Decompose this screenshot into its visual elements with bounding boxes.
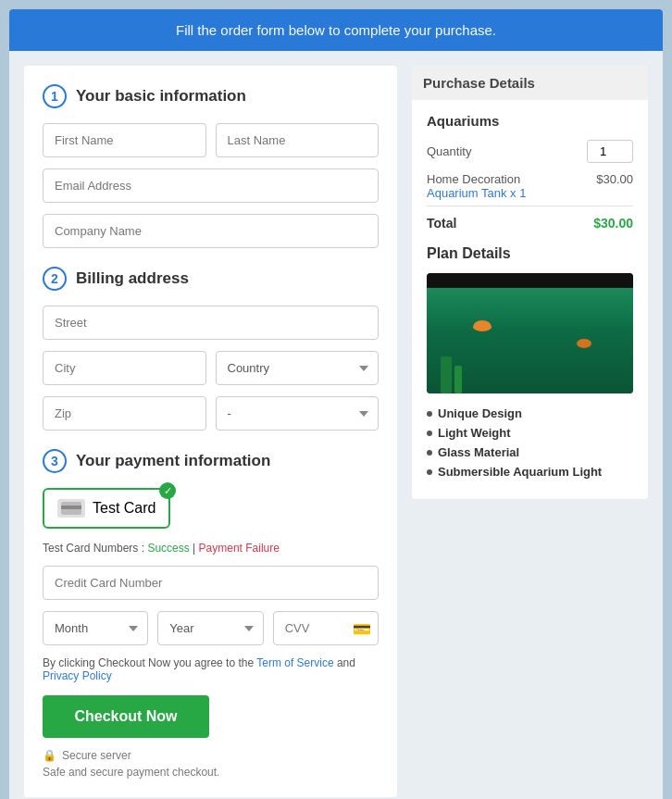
features-list: Unique Design Light Weight Glass Materia… (427, 406, 633, 479)
email-input[interactable] (43, 169, 379, 203)
fish2 (577, 339, 591, 348)
item-name-text: Home Decoration (427, 172, 520, 186)
quantity-label: Quantity (427, 144, 471, 158)
zip-input[interactable] (43, 396, 206, 431)
email-group (43, 169, 379, 203)
section2-number: 2 (43, 267, 67, 291)
section3-header: 3 Your payment information (43, 449, 379, 473)
test-card-prefix: Test Card Numbers : (43, 542, 147, 555)
tos-link[interactable]: Term of Service (256, 656, 333, 669)
total-label: Total (427, 216, 456, 231)
section3-number: 3 (43, 449, 67, 473)
month-year-cvv-row: Month 010203 040506 070809 101112 Year 2… (43, 611, 379, 645)
first-name-group (43, 123, 206, 157)
aquarium-top (427, 273, 633, 288)
zip-state-row: - (43, 396, 379, 431)
year-group: Year 202420252026 202720282029 2030 (157, 611, 263, 645)
country-group: Country United States United Kingdom Can… (216, 351, 380, 385)
country-select[interactable]: Country United States United Kingdom Can… (216, 351, 380, 385)
top-banner: Fill the order form below to complete yo… (9, 9, 663, 51)
section2-title-row: 2 Billing address (43, 267, 379, 291)
item-row: Home Decoration Aquarium Tank x 1 $30.00 (427, 172, 633, 200)
card-option[interactable]: Test Card ✓ (43, 488, 170, 529)
feature-2: Light Weight (438, 426, 510, 440)
company-group (43, 214, 379, 248)
card-icon-inner (61, 502, 81, 515)
section1-title: Your basic information (76, 87, 246, 106)
card-icon (57, 499, 85, 518)
main-content: 1 Your basic information (9, 51, 663, 799)
page-container: Fill the order form below to complete yo… (9, 9, 663, 799)
card-stripe (61, 506, 81, 509)
agree-text: By clicking Checkout Now you agree to th… (43, 656, 379, 682)
card-label: Test Card (93, 500, 156, 517)
quantity-row: Quantity (427, 140, 633, 163)
check-icon: ✓ (159, 482, 176, 499)
aquarium-image (427, 273, 633, 393)
item-name: Home Decoration Aquarium Tank x 1 (427, 172, 526, 200)
year-select[interactable]: Year 202420252026 202720282029 2030 (157, 611, 263, 645)
plant2 (454, 366, 462, 393)
last-name-input[interactable] (216, 123, 380, 157)
test-card-info: Test Card Numbers : Success | Payment Fa… (43, 542, 379, 555)
checkout-button[interactable]: Checkout Now (43, 695, 209, 738)
month-select[interactable]: Month 010203 040506 070809 101112 (43, 611, 148, 645)
cvv-card-icon: 💳 (353, 619, 371, 637)
company-input[interactable] (43, 214, 379, 248)
plant1 (441, 356, 452, 393)
item-sub: Aquarium Tank x 1 (427, 186, 526, 200)
safe-text: Safe and secure payment checkout. (43, 766, 379, 779)
state-group: - (216, 396, 380, 431)
purchase-details-title: Purchase Details (412, 66, 648, 100)
credit-card-input[interactable] (43, 566, 379, 600)
bullet-icon (427, 411, 432, 417)
zip-group (43, 396, 206, 431)
cvv-group: 💳 (273, 611, 379, 645)
section2-title: Billing address (76, 269, 189, 288)
list-item: Light Weight (427, 426, 633, 440)
success-link[interactable]: Success (147, 542, 189, 555)
aquarium-water (427, 288, 633, 393)
plan-details-title: Plan Details (427, 245, 633, 262)
last-name-group (216, 123, 380, 157)
list-item: Glass Material (427, 445, 633, 459)
city-group (43, 351, 206, 385)
right-panel: Purchase Details Aquariums Quantity Home… (412, 66, 648, 499)
item-sub-link[interactable]: Aquarium Tank x 1 (427, 186, 526, 200)
street-row (43, 306, 379, 340)
fish1 (473, 320, 492, 331)
agree-prefix: By clicking Checkout Now you agree to th… (43, 656, 256, 669)
secure-label: Secure server (62, 749, 131, 762)
section3-title-row: 3 Your payment information (43, 449, 379, 473)
city-country-row: Country United States United Kingdom Can… (43, 351, 379, 385)
bullet-icon (427, 431, 432, 436)
street-input[interactable] (43, 306, 379, 340)
credit-card-row (43, 566, 379, 600)
total-row: Total $30.00 (427, 206, 633, 231)
city-input[interactable] (43, 351, 206, 385)
total-amount: $30.00 (593, 216, 633, 231)
state-select[interactable]: - (216, 396, 380, 431)
agree-middle: and (337, 656, 355, 669)
privacy-link[interactable]: Privacy Policy (43, 669, 112, 682)
feature-4: Submersible Aquarium Light (438, 465, 602, 479)
bullet-icon (427, 450, 432, 456)
street-group (43, 306, 379, 340)
payment-failure-link[interactable]: Payment Failure (199, 542, 280, 555)
section2-header: 2 Billing address (43, 267, 379, 291)
first-name-input[interactable] (43, 123, 206, 157)
credit-card-group (43, 566, 379, 600)
left-panel: 1 Your basic information (24, 66, 397, 797)
list-item: Unique Design (427, 406, 633, 420)
feature-1: Unique Design (438, 406, 522, 420)
section1-number: 1 (43, 84, 67, 108)
quantity-input[interactable] (587, 140, 633, 163)
product-name: Aquariums (427, 113, 633, 129)
section1-header: 1 Your basic information (43, 84, 379, 108)
secure-info: 🔒 Secure server (43, 749, 379, 762)
bullet-icon (427, 469, 432, 475)
lock-icon: 🔒 (43, 749, 56, 762)
name-row (43, 123, 379, 157)
section3-title: Your payment information (76, 452, 270, 470)
list-item: Submersible Aquarium Light (427, 465, 633, 479)
